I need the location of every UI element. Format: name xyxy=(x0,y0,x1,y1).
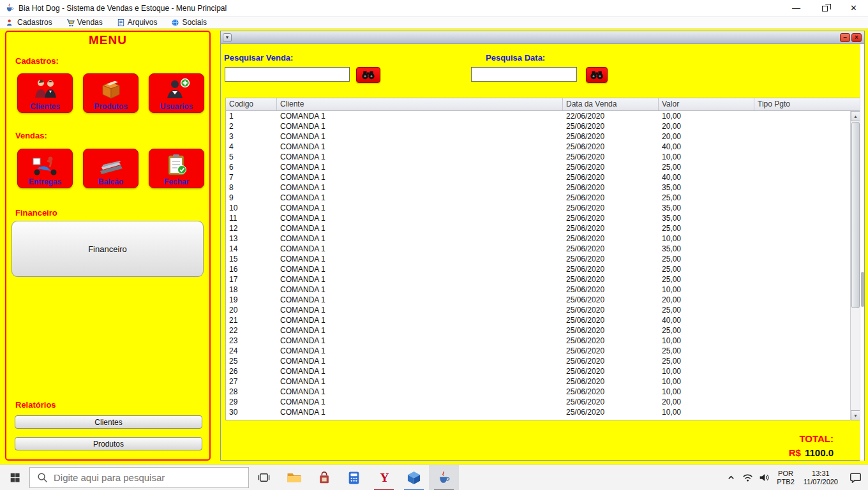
binoculars-icon xyxy=(361,70,375,80)
cell-valor: 10,00 xyxy=(659,387,754,397)
column-header-valor[interactable]: Valor xyxy=(659,98,754,110)
delivery-scooter-icon xyxy=(31,149,60,177)
fechar-button[interactable]: Fechar xyxy=(149,149,204,188)
frame-minimize-button[interactable]: – xyxy=(840,33,850,42)
cell-cliente: COMANDA 1 xyxy=(277,234,563,244)
taskbar-search-box[interactable] xyxy=(29,467,249,488)
menu-arquivos[interactable]: Arquivos xyxy=(116,17,159,28)
table-row[interactable]: 14 COMANDA 1 25/06/2020 35,00 xyxy=(226,244,860,254)
column-header-cliente[interactable]: Cliente xyxy=(277,98,563,110)
table-row[interactable]: 19 COMANDA 1 25/06/2020 20,00 xyxy=(226,295,860,305)
table-row[interactable]: 30 COMANDA 1 25/06/2020 10,00 xyxy=(226,407,860,417)
produtos-button[interactable]: Produtos xyxy=(83,73,138,113)
virtualbox-button[interactable] xyxy=(399,465,429,490)
cell-tipo-pgto xyxy=(754,182,851,193)
usuarios-button[interactable]: Usuarios xyxy=(149,73,204,113)
menu-cadastros[interactable]: Cadastros xyxy=(5,17,54,28)
table-row[interactable]: 25 COMANDA 1 25/06/2020 25,00 xyxy=(226,356,860,366)
fechar-button-label: Fechar xyxy=(164,177,189,186)
table-row[interactable]: 1 COMANDA 1 22/06/2020 10,00 xyxy=(226,111,860,121)
table-row[interactable]: 3 COMANDA 1 25/06/2020 20,00 xyxy=(226,131,860,142)
cell-cliente: COMANDA 1 xyxy=(277,244,563,254)
table-row[interactable]: 4 COMANDA 1 25/06/2020 40,00 xyxy=(226,142,860,152)
search-venda-button[interactable] xyxy=(356,67,380,83)
cell-data-venda: 25/06/2020 xyxy=(563,131,659,142)
store-button[interactable] xyxy=(309,465,339,490)
cell-tipo-pgto xyxy=(754,376,851,387)
clientes-button[interactable]: Clientes xyxy=(17,73,73,113)
column-header-tipo-pgto[interactable]: Tipo Pgto xyxy=(754,98,851,110)
table-row[interactable]: 13 COMANDA 1 25/06/2020 10,00 xyxy=(226,234,860,244)
scrollbar-thumb[interactable] xyxy=(851,122,860,308)
search-venda-input[interactable] xyxy=(225,67,350,82)
table-row[interactable]: 2 COMANDA 1 25/06/2020 20,00 xyxy=(226,121,860,131)
cell-valor: 10,00 xyxy=(659,285,754,295)
table-row[interactable]: 29 COMANDA 1 25/06/2020 20,00 xyxy=(226,397,860,407)
menu-vendas[interactable]: Vendas xyxy=(65,17,104,28)
table-row[interactable]: 28 COMANDA 1 25/06/2020 10,00 xyxy=(226,387,860,397)
volume-tray-button[interactable] xyxy=(756,465,772,490)
cell-tipo-pgto xyxy=(754,223,851,234)
clock[interactable]: 13:31 11/07/2020 xyxy=(799,470,842,486)
column-header-codigo[interactable]: Codigo xyxy=(226,98,277,110)
search-data-input[interactable] xyxy=(471,67,577,82)
table-row[interactable]: 23 COMANDA 1 25/06/2020 10,00 xyxy=(226,336,860,346)
table-row[interactable]: 15 COMANDA 1 25/06/2020 25,00 xyxy=(226,254,860,264)
table-row[interactable]: 7 COMANDA 1 25/06/2020 40,00 xyxy=(226,172,860,182)
cell-valor: 20,00 xyxy=(659,295,754,305)
calculator-button[interactable] xyxy=(339,465,369,490)
java-app-taskbar-button[interactable] xyxy=(429,465,459,490)
sociais-menu-icon xyxy=(171,19,179,27)
table-row[interactable]: 9 COMANDA 1 25/06/2020 25,00 xyxy=(226,193,860,203)
cell-codigo: 26 xyxy=(226,366,277,376)
table-row[interactable]: 18 COMANDA 1 25/06/2020 10,00 xyxy=(226,285,860,295)
relatorio-clientes-button[interactable]: Clientes xyxy=(15,415,202,429)
shopping-bag-icon xyxy=(317,471,331,485)
cell-data-venda: 25/06/2020 xyxy=(563,387,659,397)
frame-menu-dropdown-button[interactable]: ▼ xyxy=(223,33,232,42)
menu-sociais[interactable]: Sociais xyxy=(170,17,208,28)
table-row[interactable]: 6 COMANDA 1 25/06/2020 25,00 xyxy=(226,162,860,172)
table-row[interactable]: 8 COMANDA 1 25/06/2020 35,00 xyxy=(226,182,860,193)
scroll-down-button[interactable]: ▼ xyxy=(851,410,860,420)
frame-scrollbar-thumb[interactable] xyxy=(861,272,864,307)
balcao-button[interactable]: Balcão xyxy=(83,149,138,188)
table-row[interactable]: 21 COMANDA 1 25/06/2020 40,00 xyxy=(226,315,860,325)
frame-close-button[interactable]: × xyxy=(851,33,862,42)
table-row[interactable]: 5 COMANDA 1 25/06/2020 10,00 xyxy=(226,152,860,162)
window-close-button[interactable]: ✕ xyxy=(839,0,868,16)
table-row[interactable]: 10 COMANDA 1 25/06/2020 35,00 xyxy=(226,203,860,213)
tray-expand-button[interactable] xyxy=(722,465,739,490)
entregas-button[interactable]: Entregas xyxy=(17,149,73,188)
frame-vertical-scrollbar[interactable] xyxy=(860,44,864,461)
table-vertical-scrollbar[interactable]: ▲ ▼ xyxy=(850,111,860,420)
column-header-data[interactable]: Data da Venda xyxy=(563,98,659,110)
table-row[interactable]: 11 COMANDA 1 25/06/2020 35,00 xyxy=(226,213,860,223)
table-row[interactable]: 26 COMANDA 1 25/06/2020 10,00 xyxy=(226,366,860,376)
notification-center-button[interactable] xyxy=(842,465,868,490)
cell-codigo: 1 xyxy=(226,111,277,121)
window-restore-button[interactable] xyxy=(811,0,839,16)
start-button[interactable] xyxy=(0,465,29,490)
language-indicator[interactable]: POR PTB2 xyxy=(772,470,799,486)
table-row[interactable]: 24 COMANDA 1 25/06/2020 25,00 xyxy=(226,346,860,356)
table-row[interactable]: 22 COMANDA 1 25/06/2020 25,00 xyxy=(226,325,860,336)
task-view-button[interactable] xyxy=(249,465,279,490)
table-row[interactable]: 12 COMANDA 1 25/06/2020 25,00 xyxy=(226,223,860,234)
file-explorer-button[interactable] xyxy=(279,465,309,490)
table-row[interactable]: 20 COMANDA 1 25/06/2020 25,00 xyxy=(226,305,860,315)
sales-table-header: Codigo Cliente Data da Venda Valor Tipo … xyxy=(226,98,860,111)
scroll-up-button[interactable]: ▲ xyxy=(851,111,860,121)
yahoo-button[interactable]: Y xyxy=(369,465,399,490)
table-row[interactable]: 27 COMANDA 1 25/06/2020 10,00 xyxy=(226,376,860,387)
network-tray-button[interactable] xyxy=(739,465,756,490)
window-minimize-button[interactable]: — xyxy=(782,0,811,16)
table-row[interactable]: 16 COMANDA 1 25/06/2020 25,00 xyxy=(226,264,860,274)
taskbar-search-input[interactable] xyxy=(54,472,226,483)
financeiro-button[interactable]: Financeiro xyxy=(11,221,204,277)
table-row[interactable]: 17 COMANDA 1 25/06/2020 25,00 xyxy=(226,274,860,285)
currency-symbol: R$ xyxy=(789,447,801,458)
search-data-button[interactable] xyxy=(586,67,608,83)
cell-tipo-pgto xyxy=(754,325,851,336)
relatorio-produtos-button[interactable]: Produtos xyxy=(15,437,202,450)
